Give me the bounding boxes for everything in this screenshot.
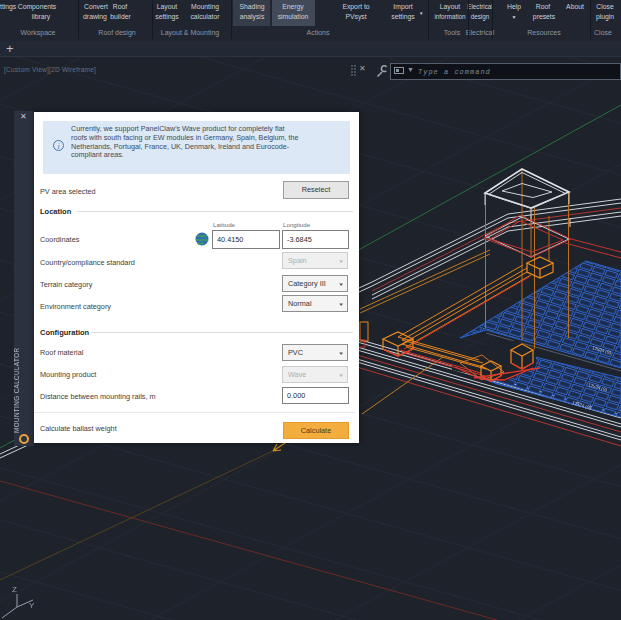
svg-text:Y: Y [29,601,35,610]
svg-text:Z: Z [12,585,17,594]
